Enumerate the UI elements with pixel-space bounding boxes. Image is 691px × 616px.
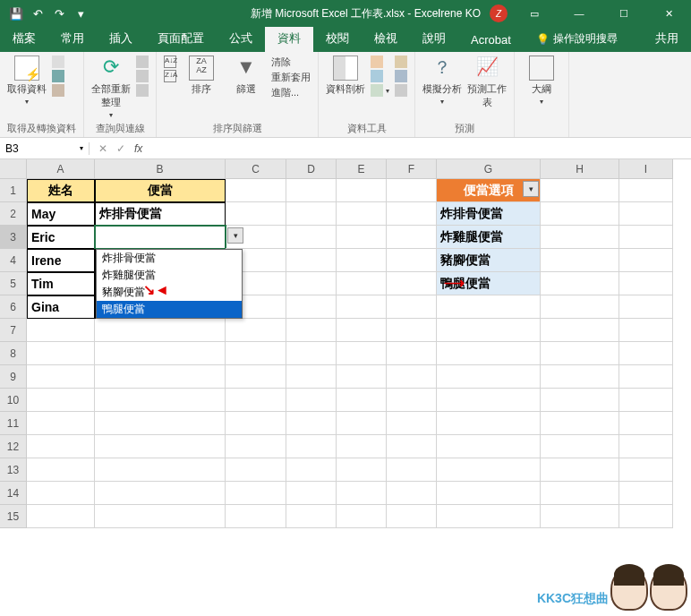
cell[interactable] [541, 435, 619, 458]
cell[interactable] [337, 249, 387, 272]
cell[interactable] [387, 435, 437, 458]
cell[interactable] [387, 412, 437, 435]
row-header[interactable]: 2 [0, 202, 27, 226]
cell[interactable] [226, 389, 286, 412]
enter-formula-icon[interactable]: ✓ [116, 142, 125, 155]
cell[interactable] [387, 365, 437, 389]
cell[interactable] [541, 458, 619, 482]
cell[interactable] [286, 295, 337, 319]
cell[interactable] [27, 342, 95, 365]
cell[interactable] [95, 482, 226, 505]
cell[interactable] [337, 295, 387, 319]
chevron-down-icon[interactable]: ▾ [80, 144, 83, 152]
cell[interactable] [337, 202, 387, 226]
cell[interactable] [286, 272, 337, 295]
column-header[interactable]: G [437, 159, 541, 179]
share-button[interactable]: 共用 [643, 25, 691, 52]
cell[interactable] [226, 202, 286, 226]
cell[interactable] [619, 226, 673, 249]
outline-button[interactable]: 大綱▾ [522, 56, 561, 106]
cell[interactable] [541, 272, 619, 295]
cell[interactable] [226, 482, 286, 505]
cell[interactable] [27, 412, 95, 435]
tab-formulas[interactable]: 公式 [217, 25, 265, 52]
row-header[interactable]: 6 [0, 295, 27, 319]
cell[interactable] [387, 505, 437, 528]
data-validation-button[interactable]: ▾ [371, 84, 389, 97]
cell[interactable] [286, 505, 337, 528]
cell[interactable] [387, 226, 437, 249]
cell[interactable] [337, 412, 387, 435]
dropdown-button[interactable]: ▾ [227, 227, 243, 244]
cell[interactable] [226, 505, 286, 528]
cell[interactable] [437, 482, 541, 505]
tab-data[interactable]: 資料 [265, 25, 313, 52]
tab-layout[interactable]: 頁面配置 [145, 25, 217, 52]
cell[interactable]: Irene [27, 249, 95, 272]
get-data-button[interactable]: ⚡取得資料▾ [7, 56, 47, 106]
clear-filter-button[interactable]: 清除 [271, 56, 311, 69]
cell[interactable] [619, 295, 673, 319]
cell[interactable] [437, 342, 541, 365]
cell[interactable] [286, 389, 337, 412]
cell[interactable] [387, 482, 437, 505]
tell-me[interactable]: 💡操作說明搜尋 [529, 26, 625, 52]
text-to-columns-button[interactable]: 資料剖析 [326, 56, 365, 96]
cell[interactable] [387, 272, 437, 295]
remove-dup-button[interactable] [371, 70, 389, 82]
cell[interactable] [226, 412, 286, 435]
dropdown-option[interactable]: 炸排骨便當 [97, 250, 242, 267]
cell[interactable] [286, 435, 337, 458]
column-header[interactable]: B [95, 159, 226, 179]
cell[interactable] [337, 458, 387, 482]
row-header[interactable]: 7 [0, 319, 27, 342]
tab-review[interactable]: 校閱 [313, 25, 362, 52]
cell[interactable] [437, 412, 541, 435]
row-header[interactable]: 3 [0, 226, 27, 249]
cell[interactable] [226, 435, 286, 458]
cancel-formula-icon[interactable]: ✕ [98, 142, 107, 155]
cell[interactable]: 豬腳便當 [437, 249, 541, 272]
dropdown-option[interactable]: 豬腳便當 [97, 284, 242, 301]
manage-model-button[interactable] [395, 84, 407, 97]
cell[interactable] [387, 319, 437, 342]
row-header[interactable]: 11 [0, 412, 27, 435]
cell[interactable] [619, 412, 673, 435]
row-header[interactable]: 5 [0, 272, 27, 295]
cell[interactable] [27, 482, 95, 505]
cell[interactable] [619, 342, 673, 365]
links-button[interactable] [136, 84, 149, 97]
cell[interactable] [437, 319, 541, 342]
cell[interactable] [95, 389, 226, 412]
cell[interactable] [437, 365, 541, 389]
forecast-button[interactable]: 📈預測工作表 [467, 56, 507, 109]
undo-icon[interactable]: ↶ [30, 6, 45, 21]
cell[interactable] [619, 505, 673, 528]
cell[interactable] [27, 505, 95, 528]
column-header[interactable]: F [387, 159, 437, 179]
cell[interactable] [437, 435, 541, 458]
cell[interactable] [619, 249, 673, 272]
cell[interactable] [226, 365, 286, 389]
cell[interactable] [286, 412, 337, 435]
cell[interactable] [619, 272, 673, 295]
cell[interactable] [387, 202, 437, 226]
cell[interactable] [337, 226, 387, 249]
user-name[interactable]: Irene KO [438, 7, 481, 20]
cell[interactable] [95, 458, 226, 482]
cell[interactable]: 炸排骨便當 [95, 202, 226, 226]
cell[interactable] [286, 179, 337, 202]
cell[interactable] [387, 179, 437, 202]
dropdown-option[interactable]: 鴨腿便當 [97, 301, 242, 318]
flash-fill-button[interactable] [371, 56, 389, 68]
from-web-button[interactable] [52, 70, 64, 82]
cell[interactable] [541, 412, 619, 435]
cell[interactable] [541, 482, 619, 505]
properties-button[interactable] [136, 70, 149, 82]
cell[interactable] [226, 458, 286, 482]
cell[interactable] [95, 342, 226, 365]
column-header[interactable]: I [619, 159, 673, 179]
row-header[interactable]: 9 [0, 365, 27, 389]
whatif-button[interactable]: ？模擬分析▾ [422, 56, 462, 106]
user-avatar-icon[interactable]: Z [490, 4, 508, 22]
